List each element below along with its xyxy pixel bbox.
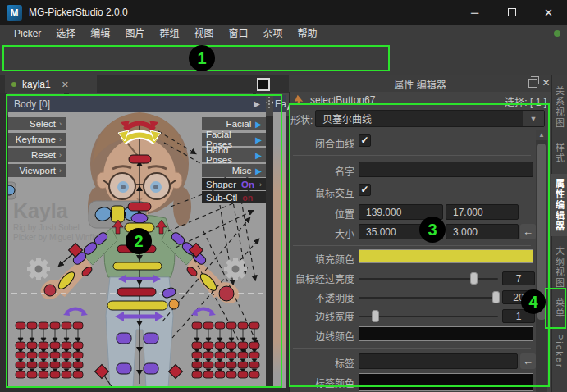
closed-curve-label: 闭合曲线 bbox=[292, 136, 354, 150]
keyframe-menu-button[interactable]: Keyframe › bbox=[8, 133, 66, 146]
tag-color-label: 标签颜色 bbox=[292, 376, 354, 390]
hover-brightness-value[interactable]: 7 bbox=[502, 271, 535, 285]
size-reset-button[interactable]: ← bbox=[520, 224, 536, 239]
facial-label: Facial bbox=[226, 119, 252, 129]
app-window: M MG-PickerStudio 2.0.0 ─ ✕ Picker 选择 编辑… bbox=[0, 0, 567, 392]
position-y-field[interactable]: 17.000 bbox=[446, 204, 519, 220]
chevron-down-icon[interactable]: ▼ bbox=[523, 111, 544, 126]
menu-window[interactable]: 窗口 bbox=[221, 25, 255, 43]
opacity-slider[interactable] bbox=[359, 297, 498, 299]
picker-page-header[interactable]: Body [0] ▶ bbox=[8, 95, 266, 112]
tab-style[interactable]: 样式 bbox=[551, 138, 567, 169]
object-cursor-icon bbox=[294, 94, 305, 106]
tab-relation-view[interactable]: 关系视图 bbox=[551, 82, 567, 133]
panel-close-icon[interactable]: ✕ bbox=[541, 77, 551, 89]
outline-color-swatch[interactable] bbox=[359, 326, 533, 341]
maximize-button[interactable] bbox=[493, 0, 530, 25]
subctl-value: on bbox=[242, 193, 253, 203]
select-menu-button[interactable]: Select › bbox=[8, 117, 66, 130]
scroll-up-icon[interactable]: ▲ bbox=[536, 130, 547, 140]
menu-image[interactable]: 图片 bbox=[117, 25, 152, 43]
reset-menu-button[interactable]: Reset › bbox=[8, 148, 66, 162]
menu-view[interactable]: 视图 bbox=[186, 25, 221, 43]
tab-close-icon[interactable]: ✕ bbox=[62, 80, 69, 90]
tag-input[interactable] bbox=[359, 353, 518, 369]
name-input[interactable] bbox=[359, 162, 533, 177]
scrollbar-thumb[interactable] bbox=[537, 144, 546, 320]
separator bbox=[293, 348, 531, 349]
gear-icon-left[interactable] bbox=[27, 258, 50, 280]
shape-value: 贝塞尔曲线 bbox=[322, 112, 372, 125]
shaper-label: Shaper bbox=[206, 180, 236, 189]
mouse-interact-checkbox[interactable]: ✓ bbox=[359, 184, 371, 196]
outline-width-handle[interactable] bbox=[372, 310, 379, 322]
tab-menu[interactable]: 菜单 bbox=[551, 294, 567, 323]
status-dot bbox=[554, 30, 560, 37]
submenu-arrow-icon: › bbox=[59, 135, 62, 144]
facial-poses-page-button[interactable]: Facial Poses ▶ bbox=[202, 133, 266, 146]
tab-outline-view[interactable]: 大纲视图 bbox=[551, 243, 567, 292]
misc-page-button[interactable]: Misc ▶ bbox=[202, 164, 266, 177]
opacity-value[interactable]: 20 bbox=[502, 290, 535, 304]
menu-select[interactable]: 选择 bbox=[48, 25, 83, 43]
size-width-field[interactable]: 35.000 bbox=[359, 224, 443, 239]
tab-picker[interactable]: Picker bbox=[551, 330, 567, 372]
page-header-arrow-icon[interactable]: ▶ bbox=[254, 99, 260, 108]
position-x-field[interactable]: 139.000 bbox=[359, 204, 443, 220]
picker-page-sliver[interactable] bbox=[273, 95, 286, 388]
outline-color-label: 边线颜色 bbox=[292, 329, 354, 343]
outline-width-slider[interactable] bbox=[359, 316, 498, 317]
select-label: Select bbox=[30, 119, 56, 129]
keyframe-label: Keyframe bbox=[16, 134, 56, 144]
menu-edit[interactable]: 编辑 bbox=[83, 25, 117, 43]
submenu-arrow-icon: › bbox=[59, 166, 62, 175]
menu-picker[interactable]: Picker bbox=[7, 25, 48, 43]
hand-poses-page-button[interactable]: Hand Poses ▶ bbox=[202, 148, 266, 162]
shaper-toggle[interactable]: Shaper On › bbox=[202, 178, 266, 190]
misc-label: Misc bbox=[232, 166, 252, 175]
closed-curve-checkbox[interactable]: ✓ bbox=[359, 134, 371, 147]
size-height-field[interactable]: 3.000 bbox=[446, 224, 519, 239]
viewport-menu-button[interactable]: Viewport › bbox=[8, 164, 66, 177]
tab-kayla1[interactable]: kayla1 ✕ bbox=[5, 75, 97, 93]
svg-text:Picker by Miguel Winfield: Picker by Miguel Winfield bbox=[13, 233, 105, 242]
menu-group[interactable]: 群组 bbox=[152, 25, 186, 43]
subctl-toggle[interactable]: Sub-Ctl on bbox=[202, 191, 266, 203]
menu-misc[interactable]: 杂项 bbox=[255, 25, 290, 43]
fill-color-swatch[interactable] bbox=[359, 249, 533, 263]
close-button[interactable]: ✕ bbox=[530, 0, 567, 25]
tag-color-swatch[interactable] bbox=[359, 373, 533, 391]
outline-width-label: 边线宽度 bbox=[292, 309, 354, 323]
reset-label: Reset bbox=[31, 150, 56, 160]
play-arrow-icon: ▶ bbox=[255, 151, 262, 160]
hover-brightness-label: 鼠标经过亮度 bbox=[292, 271, 354, 285]
hover-brightness-handle[interactable] bbox=[470, 272, 478, 285]
outline-width-value[interactable]: 1 bbox=[502, 309, 535, 323]
menu-bar: Picker 选择 编辑 图片 群组 视图 窗口 杂项 帮助 bbox=[0, 25, 567, 43]
gear-icon-right[interactable] bbox=[224, 258, 247, 280]
tab-property-editor[interactable]: 属性编辑器 bbox=[551, 174, 567, 236]
object-name: selectButton67 bbox=[310, 94, 375, 106]
title-bar: M MG-PickerStudio 2.0.0 ─ ✕ bbox=[0, 0, 567, 25]
app-icon: M bbox=[7, 5, 22, 21]
minimize-button[interactable]: ─ bbox=[456, 0, 493, 25]
property-editor-header[interactable]: 属性 编辑器 bbox=[289, 75, 551, 92]
selection-info: 选择: [ 1 ] bbox=[505, 94, 546, 108]
eye-widget-edge[interactable] bbox=[8, 182, 16, 199]
undock-icon[interactable] bbox=[528, 79, 537, 88]
viewport-label: Viewport bbox=[19, 166, 56, 175]
position-label: 位置 bbox=[292, 207, 354, 221]
hand-poses-label: Hand Poses bbox=[206, 145, 251, 165]
submenu-arrow-icon: › bbox=[59, 151, 62, 159]
menu-help[interactable]: 帮助 bbox=[290, 25, 324, 43]
opacity-handle[interactable] bbox=[492, 291, 500, 303]
play-arrow-icon: ▶ bbox=[255, 120, 262, 129]
facial-page-button[interactable]: Facial ▶ bbox=[202, 117, 266, 130]
mouse-interact-label: 鼠标交互 bbox=[292, 185, 354, 199]
shape-dropdown[interactable]: 贝塞尔曲线 ▼ bbox=[315, 110, 545, 127]
panel-maximize-icon[interactable] bbox=[257, 78, 270, 91]
svg-text:Rig by Josh Sobel: Rig by Josh Sobel bbox=[13, 223, 80, 232]
tag-reset-button[interactable]: ← bbox=[520, 353, 536, 369]
sliver-page-header[interactable]: Fa bbox=[273, 95, 286, 112]
shape-label: 形状: bbox=[290, 112, 313, 126]
